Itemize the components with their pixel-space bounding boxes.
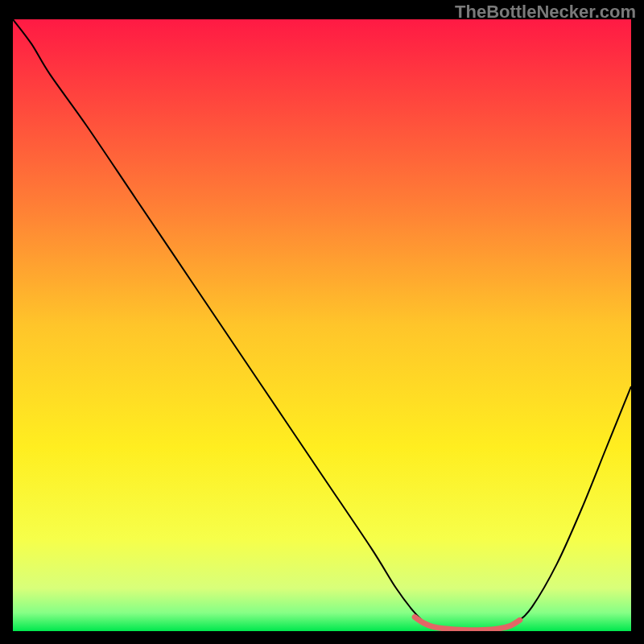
chart-svg	[13, 19, 631, 631]
plot-area	[13, 19, 631, 631]
chart-container: TheBottleNecker.com	[0, 0, 644, 644]
watermark-label: TheBottleNecker.com	[455, 2, 636, 23]
gradient-background	[13, 19, 631, 631]
